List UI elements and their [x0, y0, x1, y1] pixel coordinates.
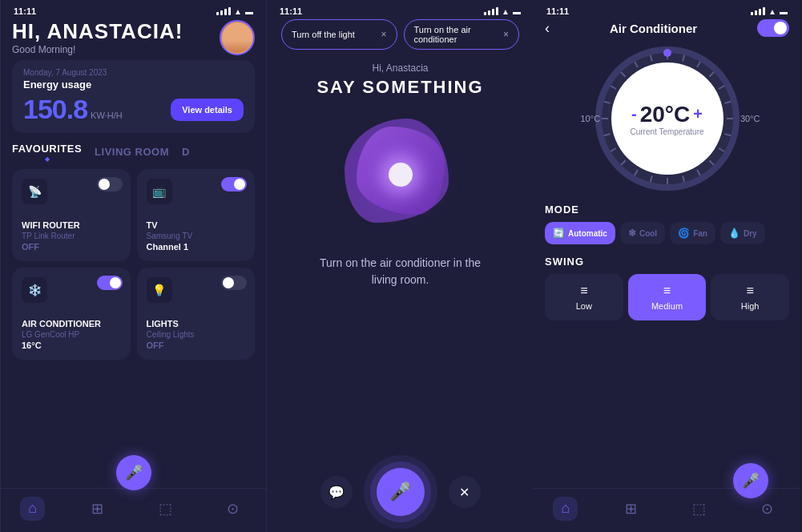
- signal-icon-2: [484, 7, 498, 15]
- ac-power-toggle[interactable]: [757, 19, 789, 37]
- wifi-toggle[interactable]: [97, 177, 123, 191]
- devices-grid: 📡 WIFI ROUTER TP Link Router OFF 📺 TV Sa…: [12, 169, 255, 360]
- mic-fab-1[interactable]: 🎤: [116, 455, 151, 490]
- energy-date: Monday, 7 August 2023: [23, 68, 244, 77]
- grid-icon-3: ⊞: [625, 500, 637, 518]
- phone-voice: 11:11 ▲ ▬ Turn off the light × Turn on t…: [267, 0, 534, 532]
- fan-label: Fan: [693, 229, 707, 238]
- voice-content: Turn off the light × Turn on the air con…: [267, 19, 534, 532]
- swing-low-label: Low: [576, 301, 592, 311]
- mode-dry-button[interactable]: 💧 Dry: [720, 222, 765, 244]
- svg-line-14: [650, 175, 651, 182]
- tab-d-label[interactable]: D: [182, 146, 190, 158]
- voice-title: SAY SOMETHING: [316, 77, 483, 98]
- voice-mic-button[interactable]: 🎤: [377, 468, 425, 516]
- swing-high-icon: ≡: [747, 284, 754, 298]
- wifi-sub: TP Link Router: [22, 232, 121, 240]
- nav-home-3[interactable]: ⌂: [553, 497, 578, 521]
- tab-favourites[interactable]: FAVOURITES ◆: [12, 141, 82, 163]
- temp-minus-button[interactable]: -: [631, 105, 637, 123]
- mic-fab-3[interactable]: 🎤: [733, 463, 768, 498]
- wifi-toggle-knob: [99, 179, 110, 190]
- tab-living-room-label[interactable]: LIVING ROOM: [95, 146, 169, 158]
- swing-high-button[interactable]: ≡ High: [711, 274, 789, 320]
- voice-chat-button[interactable]: 💬: [320, 476, 353, 508]
- status-bar-3: 11:11 ▲ ▬: [534, 0, 800, 19]
- tv-sub: Samsung TV: [147, 232, 246, 240]
- phone-home: 11:11 ▲ ▬ HI, ANASTACIA! Good Morning! M…: [0, 0, 267, 532]
- energy-value: 150.8: [23, 94, 87, 125]
- dial-min-temp: 10°C: [581, 114, 601, 123]
- chip-light-close[interactable]: ×: [381, 29, 386, 40]
- ac-back-button[interactable]: ‹: [545, 20, 550, 37]
- tab-dot: ◆: [12, 155, 82, 163]
- swing-medium-icon: ≡: [663, 284, 671, 298]
- swing-medium-button[interactable]: ≡ Medium: [628, 274, 707, 320]
- svg-line-17: [610, 148, 615, 151]
- lights-toggle[interactable]: [221, 276, 247, 290]
- svg-line-21: [610, 86, 615, 89]
- mode-row: 🔄 Automatic ❄ Cool 🌀 Fan 💧 Dry: [545, 222, 789, 244]
- temp-dial-container: - 20°C + Current Temperature 10°C 30°C: [545, 46, 789, 191]
- svg-line-5: [719, 86, 724, 89]
- voice-close-button[interactable]: ✕: [449, 476, 481, 508]
- device-card-lights: 💡 LIGHTS Ceiling Lights OFF: [137, 268, 256, 360]
- tv-toggle[interactable]: [221, 177, 247, 191]
- battery-icon: ▬: [245, 7, 253, 16]
- svg-line-16: [621, 160, 626, 165]
- tab-favourites-label: FAVOURITES: [12, 143, 82, 155]
- nav-profile-1[interactable]: ⊙: [219, 497, 247, 521]
- svg-line-4: [709, 72, 714, 77]
- ac-toggle[interactable]: [97, 276, 123, 290]
- wifi-status: OFF: [22, 242, 121, 252]
- energy-label: Energy usage: [23, 79, 244, 91]
- battery-icon-3: ▬: [780, 7, 788, 16]
- svg-line-8: [724, 134, 731, 135]
- chip-ac-close[interactable]: ×: [503, 29, 509, 40]
- nav-screen-1[interactable]: ⬚: [151, 497, 180, 521]
- svg-line-10: [709, 160, 714, 165]
- nav-profile-3[interactable]: ⊙: [753, 497, 781, 521]
- view-details-button[interactable]: View details: [171, 99, 244, 121]
- energy-card: Monday, 7 August 2023 Energy usage 150.8…: [12, 60, 255, 133]
- mode-fan-button[interactable]: 🌀 Fan: [670, 222, 715, 244]
- tv-toggle-knob: [234, 179, 245, 190]
- swing-low-button[interactable]: ≡ Low: [545, 274, 623, 320]
- swing-row: ≡ Low ≡ Medium ≡ High: [545, 274, 789, 320]
- mode-automatic-button[interactable]: 🔄 Automatic: [545, 222, 615, 244]
- avatar: [220, 20, 255, 55]
- voice-greeting: Hi, Anastacia: [372, 62, 428, 74]
- status-bar-2: 11:11 ▲ ▬: [267, 0, 534, 19]
- wifi-icon: ▲: [234, 7, 242, 16]
- ac-name: AIR CONDITIONER: [22, 319, 121, 328]
- lights-toggle-knob: [223, 277, 234, 288]
- device-card-tv: 📺 TV Samsung TV Channel 1: [137, 169, 256, 261]
- greeting-text: HI, ANASTACIA! Good Morning!: [12, 19, 183, 55]
- mode-section-label: MODE: [545, 204, 789, 216]
- device-card-ac: ❄️ AIR CONDITIONER LG GenCool HP 16°C: [12, 268, 131, 360]
- dry-icon: 💧: [728, 228, 740, 239]
- nav-home-1[interactable]: ⌂: [20, 497, 45, 521]
- temp-plus-button[interactable]: +: [693, 105, 703, 123]
- status-icons-3: ▲ ▬: [751, 7, 788, 16]
- automatic-icon: 🔄: [553, 228, 565, 239]
- ac-toggle-knob: [110, 277, 121, 288]
- ac-header: ‹ Air Conditioner: [545, 19, 789, 37]
- time-2: 11:11: [280, 6, 302, 16]
- nav-grid-3[interactable]: ⊞: [617, 497, 645, 521]
- fan-icon: 🌀: [678, 228, 690, 239]
- nav-grid-1[interactable]: ⊞: [83, 497, 111, 521]
- status-icons-2: ▲ ▬: [484, 7, 521, 16]
- nav-screen-3[interactable]: ⬚: [684, 497, 714, 521]
- swing-medium-label: Medium: [651, 301, 683, 311]
- tv-icon-box: 📺: [147, 179, 172, 204]
- mode-cool-button[interactable]: ❄ Cool: [620, 222, 665, 244]
- voice-transcript: Turn on the air conditioner in the livin…: [312, 255, 489, 288]
- voice-chips: Turn off the light × Turn on the air con…: [278, 19, 522, 50]
- greeting-section: HI, ANASTACIA! Good Morning!: [12, 19, 255, 55]
- svg-line-24: [650, 55, 651, 62]
- home-content: HI, ANASTACIA! Good Morning! Monday, 7 A…: [1, 19, 266, 488]
- ac-title: Air Conditioner: [610, 22, 697, 35]
- screen-icon-1: ⬚: [159, 500, 172, 518]
- phone-ac-control: 11:11 ▲ ▬ ‹ Air Conditioner: [534, 0, 800, 532]
